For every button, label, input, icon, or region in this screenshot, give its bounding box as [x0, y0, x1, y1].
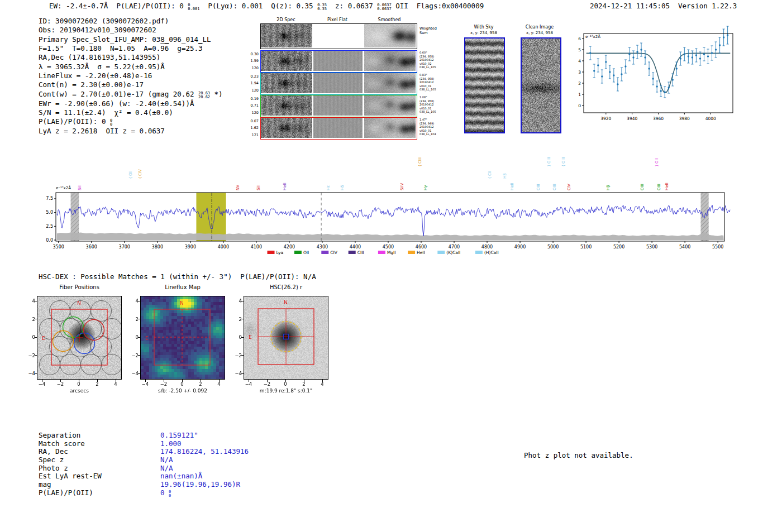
- y-tick-label: 2: [25, 317, 35, 322]
- y-tick-mark: [35, 355, 37, 356]
- info-line: Obs: 20190412v010_3090072602: [39, 26, 223, 35]
- spectral-line-label: CIV: [567, 184, 571, 190]
- spectral-line-label: SiII: [256, 184, 261, 190]
- spectral-line-label: ⟩ OII: [655, 158, 659, 166]
- spectral-line-label: ⟨ CIV: [138, 169, 142, 179]
- fiber-weight-value: 121: [246, 132, 259, 138]
- svg-text:5100: 5100: [580, 245, 592, 250]
- fiber-annotation-line: 1.08": [419, 95, 443, 99]
- legend-label: Lyα: [276, 250, 284, 255]
- match-label: RA, Dec: [39, 448, 160, 456]
- svg-text:4000: 4000: [218, 245, 229, 250]
- y-tick-mark: [138, 337, 140, 338]
- spectral-line-label: HeII: [510, 183, 514, 190]
- match-label: Est LyA rest-EW: [39, 472, 160, 481]
- spec2d-row: [260, 23, 417, 49]
- x-tick-mark: [267, 380, 268, 382]
- y-tick-mark: [138, 355, 140, 356]
- y-tick-mark: [138, 319, 140, 319]
- info-line: λ = 3965.32Å σ = 5.22(±0.95)Å: [39, 63, 223, 71]
- spec2d-flat-image: [313, 73, 363, 93]
- with_sky-image-frame: [464, 37, 505, 133]
- spectrum-ylabel: e⁻¹⁷x2Å: [56, 185, 71, 190]
- info-line: Cont(w) = 2.70(±0.01)e-17 (gmag 20.62 20…: [39, 90, 223, 99]
- legend-label: CIV: [330, 250, 337, 255]
- full-spectrum-plot: 3500360037003800390040004100420043004400…: [42, 146, 735, 263]
- x-tick-label: 4: [111, 381, 121, 387]
- legend-swatch: [475, 251, 483, 254]
- match-label: mag: [39, 481, 160, 489]
- spec2d-flat-image: [313, 95, 363, 116]
- x-tick-mark: [116, 380, 116, 382]
- y-tick-label: −2: [232, 353, 242, 358]
- svg-text:4000: 4000: [705, 116, 716, 121]
- y-tick-label: −2: [128, 353, 139, 358]
- spectral-line-label: OIII: [657, 184, 661, 190]
- fiber-annotation: 0.83"(234, 958)20190412v010_01038_LL_105: [419, 73, 443, 92]
- y-tick-label: 4: [232, 298, 242, 304]
- y-tick-mark: [241, 337, 244, 338]
- svg-text:4200: 4200: [284, 245, 295, 250]
- x-tick-label: 0: [74, 381, 84, 387]
- legend-label: OII: [303, 250, 309, 255]
- match-value: 19.96(19.96,19.96)R: [160, 480, 240, 488]
- spec2d-smooth-image: [364, 118, 416, 138]
- spectral-line-label: OIII: [640, 184, 645, 190]
- svg-text:5500: 5500: [712, 245, 723, 250]
- y-tick-mark: [138, 301, 140, 301]
- y-tick-mark: [35, 337, 37, 338]
- y-tick-label: 0: [25, 334, 35, 340]
- legend-swatch: [321, 251, 328, 254]
- svg-text:5400: 5400: [679, 245, 690, 250]
- y-tick-label: 0: [128, 334, 139, 340]
- spectral-line-label: Hβ: [606, 185, 611, 190]
- spec2d-row: [260, 50, 417, 73]
- match-label: Separation: [39, 432, 160, 440]
- match-row: Separation0.159121": [39, 432, 249, 440]
- y-tick-mark: [241, 301, 244, 301]
- svg-text:4100: 4100: [251, 245, 262, 250]
- legend-label: (K)CaII: [446, 250, 460, 255]
- hsc-matches-line: HSC-DEX : Possible Matches = 1 (within +…: [39, 272, 316, 281]
- with_sky-image: [465, 39, 504, 132]
- svg-text:4: 4: [578, 59, 581, 64]
- y-tick-label: 4: [25, 298, 35, 304]
- cutout-fiber-image: [37, 296, 121, 379]
- line-fit-plot: 392039403960398040000123456e⁻¹⁷x2Å: [567, 27, 737, 126]
- spec2d-flat-image: [313, 51, 363, 71]
- fiber-annotation-line: 038_LL_105: [419, 88, 443, 92]
- spectral-line-label: Hε: [326, 185, 331, 190]
- spectral-line-label: Hβ: [503, 173, 507, 179]
- cutout-xlabel: s/b: -2.50 +/- 0.092: [132, 388, 233, 394]
- clean-image-frame: [521, 37, 561, 133]
- y-tick-mark: [241, 373, 244, 374]
- fiber-annotation: 1.47"(234, 949)20190412v010_01038_LL_104: [419, 118, 443, 136]
- spectral-line-label: ⟩ OIII: [547, 157, 551, 166]
- legend-swatch: [268, 251, 275, 254]
- fiber-weight-value: 1.94: [246, 80, 259, 87]
- weighted-sum-label-line: Sum: [419, 31, 443, 35]
- x-tick-label: −2: [262, 381, 272, 387]
- info-line: ID: 3090072602 (3090072602.pdf): [39, 17, 223, 26]
- fiber-weight-value: 120: [246, 109, 259, 116]
- x-tick-mark: [145, 380, 146, 382]
- legend-label: (H)CaII: [484, 250, 499, 255]
- x-tick-mark: [322, 380, 323, 382]
- fiber-weight-labels: 0.301.59120: [246, 51, 259, 71]
- match-label: Spec z: [39, 456, 160, 464]
- y-tick-label: −2: [25, 353, 35, 358]
- spectral-line-label: OIII: [536, 184, 541, 190]
- x-tick-label: −4: [37, 381, 47, 387]
- x-tick-label: 4: [214, 381, 224, 387]
- legend-swatch: [349, 251, 356, 254]
- x-tick-label: 2: [92, 381, 102, 387]
- fiber-weight-value: 0.30: [246, 51, 259, 57]
- svg-text:1: 1: [578, 92, 581, 97]
- spec2d-title: Pixel Flat: [312, 17, 363, 22]
- info-line: P(LAE)/P(OII): 0 00: [39, 117, 223, 127]
- fiber-annotation-line: v010_01: [419, 84, 443, 88]
- x-tick-mark: [201, 380, 201, 382]
- svg-text:5200: 5200: [613, 245, 624, 250]
- fit-curve: [586, 53, 731, 93]
- spectral-line-label: HeII: [283, 183, 287, 190]
